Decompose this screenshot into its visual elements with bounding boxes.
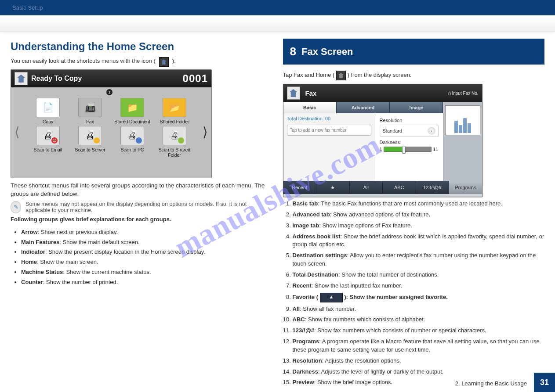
left-paragraph-1: These shortcut menus fall into several g… <box>11 182 272 198</box>
home-screen-panel: Ready To Copy 0001 1 ⟨ ⟩ 📄Copy 📠Fax 📁Sto… <box>11 69 212 178</box>
input-fax-no-button[interactable]: ⎙ Input Fax No. <box>448 91 479 96</box>
note-icon: ✎ <box>11 201 21 213</box>
header-gradient <box>0 15 555 32</box>
resolution-value: Standard <box>383 128 403 133</box>
darkness-slider[interactable]: 1 11 <box>380 147 439 152</box>
darkness-max: 11 <box>433 147 438 152</box>
chevron-right-icon: › <box>428 127 435 135</box>
list-item: Destination settings: Allow you to enter… <box>293 252 545 268</box>
fax-icon: 📠 <box>78 98 102 117</box>
page-indicator: 1 <box>11 87 211 96</box>
list-item-favorite: Favorite ( ★ ): Show the number assigned… <box>293 293 545 302</box>
fax-bottom-tabs: Recent ★ All ABC 123/!@# Programs <box>283 181 482 194</box>
left-heading: Understanding the Home Screen <box>11 40 272 53</box>
list-item: Indicator: Show the present display loca… <box>21 248 272 256</box>
preview-thumbnail[interactable] <box>445 105 480 135</box>
fax-tabs: Basic Advanced Image <box>283 102 443 113</box>
left-column: Understanding the Home Screen You can ea… <box>11 39 272 389</box>
list-item: Counter: Show the number of printed. <box>21 278 272 287</box>
total-destination-label: Total Destination: <box>287 116 324 121</box>
home-icon <box>336 71 346 80</box>
folder-icon: 📁 <box>120 98 144 117</box>
breadcrumb: Basic Setup <box>12 4 43 11</box>
right-column: 8 Fax Screen Tap Fax and Home ( ) from t… <box>283 39 545 389</box>
tab-all[interactable]: All <box>350 181 383 194</box>
list-item: Home: Show the main screen. <box>21 258 272 266</box>
page-number: 31 <box>534 373 555 392</box>
app-scan-to-email[interactable]: 🖨Scan to Email <box>29 126 66 158</box>
total-destination-value: 00 <box>325 116 330 121</box>
star-tab-icon: ★ <box>320 293 343 302</box>
folder-shared-icon: 📂 <box>163 98 186 117</box>
page-dot-active: 1 <box>106 89 112 95</box>
note-text: Some menus may not appear on the display… <box>25 201 272 213</box>
fax-settings-pane: Resolution Standard › Darkness 1 11 <box>375 113 443 181</box>
app-label: Scan to Shared Folder <box>159 147 190 158</box>
app-label: Fax <box>86 119 94 124</box>
app-stored-document[interactable]: 📁Stored Document <box>114 98 151 124</box>
fax-intro-post: ) from the display screen. <box>348 72 412 78</box>
left-intro-post: ). <box>172 57 176 65</box>
list-item: Arrow: Show next or previous display. <box>21 228 272 237</box>
app-copy[interactable]: 📄Copy <box>29 98 66 124</box>
home-icon <box>161 59 167 65</box>
left-intro: You can easily look at the shortcuts men… <box>11 57 272 67</box>
section-header: 8 Fax Screen <box>283 39 545 65</box>
list-item: Resolution: Adjusts the resolution optio… <box>293 357 545 365</box>
copy-icon: 📄 <box>36 98 60 117</box>
app-scan-to-pc[interactable]: 🖨Scan to PC <box>114 126 151 158</box>
fax-title: Fax <box>305 90 317 97</box>
tab-image[interactable]: Image <box>390 102 443 113</box>
footer-chapter: 2. Learning the Basic Usage <box>455 380 527 387</box>
list-item: Total Destination: Show the total number… <box>293 271 545 279</box>
scanner-icon: 🖨 <box>120 126 144 145</box>
top-breadcrumb-bar: Basic Setup <box>0 0 555 15</box>
list-item: Machine Status: Show the current machine… <box>21 268 272 277</box>
fax-preview-pane <box>443 102 482 181</box>
scanner-icon: 🖨 <box>163 126 186 145</box>
list-item: Main Features: Show the main default scr… <box>21 238 272 247</box>
scanner-icon: 🖨 <box>78 126 102 145</box>
section-title: Fax Screen <box>301 46 353 58</box>
app-fax[interactable]: 📠Fax <box>72 98 109 124</box>
app-label: Stored Document <box>114 119 150 124</box>
app-label: Copy <box>43 119 54 124</box>
fax-intro-pre: Tap Fax and Home ( <box>283 72 335 78</box>
resolution-label: Resolution <box>380 118 439 123</box>
app-shared-folder[interactable]: 📂Shared Folder <box>156 98 193 124</box>
group-list: Arrow: Show next or previous display. Ma… <box>11 228 272 287</box>
tab-advanced[interactable]: Advanced <box>337 102 390 113</box>
tab-abc[interactable]: ABC <box>383 181 416 194</box>
app-label: Scan to PC <box>120 147 144 152</box>
list-item: Basic tab: The basic Fax functions that … <box>293 200 545 208</box>
list-item: 123/!@#: Show fax numbers which consists… <box>293 327 545 335</box>
list-item: Darkness: Adjusts the level of lightly o… <box>293 368 545 376</box>
fax-destination-pane: Total Destination: 00 <box>283 113 375 181</box>
resolution-select[interactable]: Standard › <box>380 125 439 137</box>
list-item: Image tab: Show image options of Fax fea… <box>293 222 545 230</box>
left-intro-pre: You can easily look at the shortcuts men… <box>11 57 156 65</box>
tab-recent[interactable]: Recent <box>283 181 317 194</box>
home-icon[interactable] <box>15 72 28 85</box>
home-icon[interactable] <box>287 86 300 100</box>
app-scan-to-server[interactable]: 🖨Scan to Server <box>72 126 109 158</box>
arrow-right-icon[interactable]: ⟩ <box>203 124 208 140</box>
list-item: ABC: Show fax numbers which consists of … <box>293 316 545 324</box>
app-label: Shared Folder <box>160 119 189 124</box>
fax-titlebar: Fax ⎙ Input Fax No. <box>283 84 482 102</box>
tab-123[interactable]: 123/!@# <box>416 181 450 194</box>
fax-number-input[interactable] <box>287 125 371 136</box>
tab-basic[interactable]: Basic <box>283 102 337 113</box>
home-screen-counter: 0001 <box>183 72 208 85</box>
app-label: Scan to Server <box>75 147 105 152</box>
programs-button[interactable]: Programs <box>449 181 482 194</box>
list-item: Advanced tab: Show advanced options of f… <box>293 211 545 219</box>
section-number: 8 <box>290 45 296 58</box>
fax-screen-panel: Fax ⎙ Input Fax No. Basic Advanced Image… <box>283 84 482 197</box>
list-item: Programs: A program operate like a Macro… <box>293 338 545 354</box>
list-item: Address book list: Show the brief addres… <box>293 233 545 249</box>
tab-favorite[interactable]: ★ <box>316 181 350 194</box>
scanner-icon: 🖨 <box>36 126 60 145</box>
app-scan-to-shared-folder[interactable]: 🖨Scan to Shared Folder <box>156 126 193 158</box>
arrow-left-icon[interactable]: ⟨ <box>15 124 20 140</box>
